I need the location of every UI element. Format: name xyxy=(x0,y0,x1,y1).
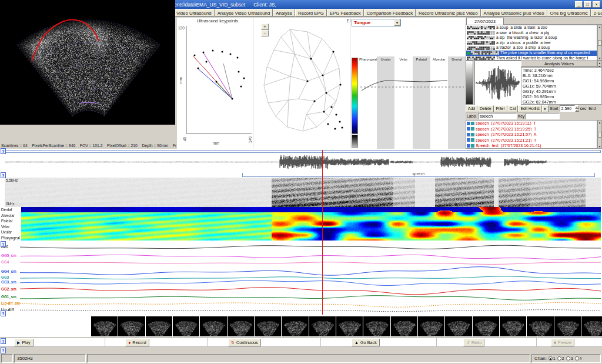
help-icon[interactable]: ? xyxy=(1,348,6,353)
zoom-in-button[interactable]: + xyxy=(261,24,269,30)
parameter-traces-display[interactable] xyxy=(5,241,601,315)
token-status-cell[interactable] xyxy=(493,43,495,45)
ultrasound-thumbnail[interactable] xyxy=(282,316,308,336)
sensor-group-dropdown[interactable]: Tongue ▼ xyxy=(352,19,401,26)
ultrasound-thumbnail[interactable] xyxy=(200,316,226,336)
prompt-row[interactable]: The price range is smaller than any of u… xyxy=(466,51,597,56)
spectrogram-min-freq-label: 0kHz xyxy=(6,202,15,206)
channel-radio-1[interactable] xyxy=(549,356,553,360)
prompt-row[interactable]: a zip a circus a puddle a tree xyxy=(466,41,597,46)
prompt-list-scrollbar[interactable]: ▲▼ xyxy=(597,25,602,61)
annotation-track[interactable]: speech xyxy=(5,171,601,178)
ultrasound-thumbnail[interactable] xyxy=(255,316,281,336)
chevron-down-icon[interactable]: ▼ xyxy=(394,19,400,26)
ultrasound-thumbnail[interactable] xyxy=(418,316,444,336)
help-icon[interactable]: ? xyxy=(1,310,6,316)
start-time-stepper[interactable]: ▲▼ xyxy=(575,105,579,112)
channel-radio-2[interactable] xyxy=(557,356,561,360)
key-input[interactable] xyxy=(526,113,560,119)
spectrogram-max-freq-label: 5.5kHz xyxy=(6,178,18,182)
prompt-row[interactable]: a soup a slide a train a zoo xyxy=(466,25,597,31)
help-icon[interactable]: ? xyxy=(1,172,6,178)
help-icon[interactable]: ? xyxy=(1,338,6,344)
delete-button[interactable]: Delete xyxy=(477,105,494,112)
ultrasound-thumbnail[interactable] xyxy=(527,316,553,336)
edit-hotlist-button[interactable]: Edit Hotlist xyxy=(518,105,541,112)
tab-record-epg[interactable]: Record EPG xyxy=(295,9,327,16)
annotation-row[interactable]: speech (27/07/2023 16:19:25) T xyxy=(466,126,597,132)
ultrasound-thumbnail[interactable] xyxy=(309,316,336,336)
annotation-row[interactable]: speech (27/07/2023 16:21:07) A xyxy=(466,132,597,138)
add-button[interactable]: Add xyxy=(466,105,477,112)
minimize-button[interactable]: _ xyxy=(575,1,583,8)
tab-one-big-ultrasonic[interactable]: One big Ultrasonic xyxy=(547,9,591,16)
ultrasound-display[interactable] xyxy=(0,0,175,125)
label-input[interactable] xyxy=(478,113,517,119)
tab-2-screen-ultrasound-and-video[interactable]: 2-Screen Ultrasound and Video xyxy=(591,9,602,16)
scroll-thumb[interactable] xyxy=(598,40,601,46)
filter-button[interactable]: Filter xyxy=(494,105,507,112)
audio-waveform-display[interactable] xyxy=(5,153,601,171)
ultrasound-thumbnail[interactable] xyxy=(173,316,199,336)
cat-button[interactable]: Cat xyxy=(507,105,519,112)
ultrasound-thumbnail[interactable] xyxy=(391,316,417,336)
session-date-tab[interactable]: 27/07/2023 xyxy=(466,18,504,25)
prompt-row[interactable]: They asked if I wanted to come along on … xyxy=(466,56,597,61)
ultrasound-thumbnail[interactable] xyxy=(228,316,254,336)
goto-start-button[interactable]: ▸ xyxy=(542,105,549,112)
tab-comparison-feedback[interactable]: Comparison Feedback xyxy=(364,9,416,16)
help-icon[interactable]: ? xyxy=(1,241,6,247)
prompt-row[interactable]: a tractor a zoo a ship a soup xyxy=(466,45,597,51)
scroll-thumb[interactable] xyxy=(598,132,601,138)
ultrasound-thumbnail[interactable] xyxy=(91,316,118,336)
step-down-icon[interactable]: ▼ xyxy=(575,109,579,112)
help-icon[interactable]: ? xyxy=(1,148,6,154)
record-button[interactable]: ●Record xyxy=(125,339,149,346)
channel-radio-3[interactable] xyxy=(566,356,570,360)
scroll-up-icon[interactable]: ▲ xyxy=(598,121,601,124)
ultrasound-thumbnail[interactable] xyxy=(146,316,172,336)
spectrogram-display[interactable] xyxy=(5,178,601,207)
zoom-out-button[interactable]: - xyxy=(261,30,269,36)
scroll-down-icon[interactable]: ▼ xyxy=(598,56,601,60)
start-time-input[interactable] xyxy=(560,105,575,112)
annotation-scrollbar[interactable]: ▲▼ xyxy=(597,120,602,149)
close-button[interactable]: × xyxy=(593,1,600,8)
channel-radio-4[interactable] xyxy=(575,356,579,360)
tab-record-ultrasonic-plus-video[interactable]: Record Ultrasonic plus Video xyxy=(416,9,480,16)
token-status-cell[interactable] xyxy=(493,48,495,50)
annotation-segment[interactable]: speech xyxy=(242,171,595,177)
continuous-button[interactable]: ↻Continuous xyxy=(228,339,261,346)
play-button[interactable]: ▶Play xyxy=(14,339,34,346)
tab-analyse-ultrasonic-plus-video[interactable]: Analyse Ultrasonic plus Video xyxy=(481,9,547,16)
tab-analyse-video-ultrasound[interactable]: Analyse Video Ultrasound xyxy=(215,9,273,16)
ultrasound-thumbnail[interactable] xyxy=(473,316,499,336)
token-status-cell[interactable] xyxy=(493,28,495,29)
tab-analyse[interactable]: Analyse xyxy=(273,9,295,16)
annotation-row[interactable]: speech (27/07/2023 16:21:21) T xyxy=(466,138,597,143)
ultrasound-thumbnail[interactable] xyxy=(554,316,581,336)
ultrasound-thumbnail[interactable] xyxy=(500,316,526,336)
token-status-cell[interactable] xyxy=(493,33,495,35)
analysis-scroll-arrows[interactable]: ▲▼ xyxy=(597,61,602,67)
prompt-row[interactable]: a saw a biscuit a chew a pig xyxy=(466,31,597,36)
token-status-cell[interactable] xyxy=(493,38,495,39)
token-status-cell[interactable] xyxy=(497,53,499,55)
scroll-down-icon[interactable]: ▼ xyxy=(598,145,601,148)
ultrasound-thumbnail[interactable] xyxy=(581,316,602,336)
ultrasound-thumbnail[interactable] xyxy=(336,316,363,336)
annotation-row[interactable]: Speech_test (27/07/2023 16:21:41) xyxy=(466,143,597,149)
articulation-heatmap-display[interactable] xyxy=(21,207,601,241)
annotation-label-row: Label Key xyxy=(466,112,602,120)
annotation-row[interactable]: speech (27/07/2023 16:19:11) T xyxy=(466,121,597,126)
ultrasound-thumbnail[interactable] xyxy=(363,316,390,336)
maximize-button[interactable]: □ xyxy=(584,1,591,8)
tab-epg-feedback[interactable]: EPG Feedback xyxy=(327,9,364,16)
scroll-up-icon[interactable]: ▲ xyxy=(598,25,601,29)
token-status-cell[interactable] xyxy=(493,58,495,60)
ultrasound-thumbnail[interactable] xyxy=(445,316,471,336)
ultrasound-thumbnail[interactable] xyxy=(118,316,145,336)
go-back-button[interactable]: ▲Go Back xyxy=(352,339,380,346)
playhead-cursor[interactable] xyxy=(322,150,323,315)
prompt-row[interactable]: a sip the washing a razor a soup xyxy=(466,35,597,41)
